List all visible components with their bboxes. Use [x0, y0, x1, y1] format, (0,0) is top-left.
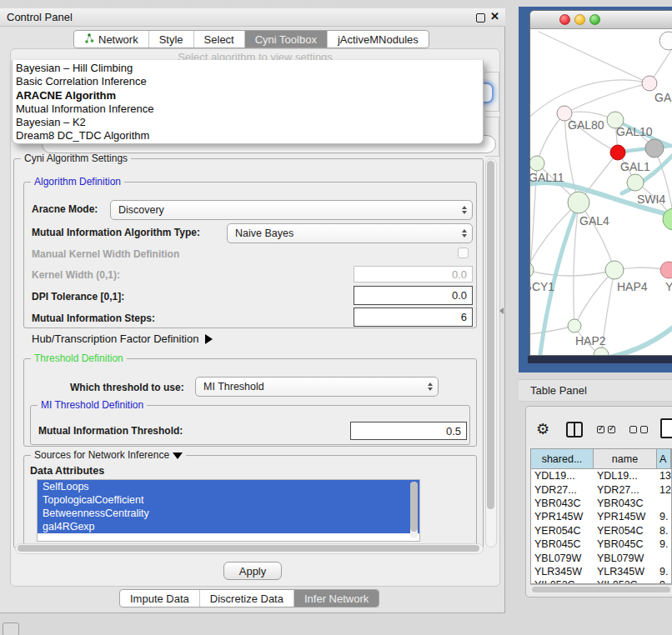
tab-network[interactable]: Network: [74, 31, 149, 48]
network-node[interactable]: [568, 319, 581, 332]
tab-cyni-toolbox[interactable]: Cyni Toolbox: [245, 31, 328, 48]
tab-impute-data[interactable]: Impute Data: [120, 590, 200, 607]
panel-divider-grip[interactable]: [499, 308, 504, 314]
network-node[interactable]: [605, 261, 624, 279]
aracne-mode-combobox[interactable]: Discovery: [110, 200, 473, 220]
popup-item[interactable]: Bayesian – Hill Climbing: [13, 62, 483, 75]
table-header-row: shared... name A: [531, 449, 671, 469]
network-node[interactable]: [530, 156, 544, 171]
mi-threshold-label: Mutual Information Threshold:: [38, 425, 183, 437]
table-row[interactable]: YLR345WYLR345W9.: [531, 565, 671, 578]
dpi-tolerance-field[interactable]: 0.0: [354, 286, 473, 305]
gear-icon[interactable]: ⚙: [536, 420, 549, 438]
network-window-titlebar[interactable]: [530, 11, 672, 29]
scrollbar-thumb[interactable]: [18, 545, 479, 552]
tab-discretize-data[interactable]: Discretize Data: [200, 590, 294, 607]
scrollbar-thumb[interactable]: [410, 482, 418, 532]
mi-threshold-field[interactable]: 0.5: [350, 422, 467, 440]
network-node[interactable]: [627, 174, 644, 191]
hub-definition-expander[interactable]: Hub/Transcription Factor Definition: [32, 332, 213, 345]
manual-kernel-checkbox[interactable]: [458, 248, 469, 258]
tab-select[interactable]: Select: [194, 31, 245, 48]
tab-label: Impute Data: [130, 592, 189, 605]
network-canvas[interactable]: GALGAL80GAL10GAL1GAL11SWI4GAL4GCY1HAP4YH…: [530, 29, 672, 356]
network-node[interactable]: [645, 139, 664, 158]
network-node[interactable]: [660, 262, 672, 278]
tab-label: jActiveMNodules: [338, 33, 419, 46]
mi-type-value: Naive Bayes: [235, 228, 293, 239]
sources-title[interactable]: Sources for Network Inference: [31, 449, 186, 461]
column-header-clipped[interactable]: A: [657, 449, 671, 468]
tab-jactivemnodules[interactable]: jActiveMNodules: [328, 31, 429, 48]
table-cell: YDL19...: [531, 470, 594, 482]
table-cell: YDR27...: [594, 484, 657, 496]
hub-definition-label: Hub/Transcription Factor Definition: [32, 332, 198, 345]
network-node-label: SWI4: [637, 192, 665, 206]
document-icon[interactable]: [660, 418, 672, 438]
popup-item[interactable]: Bayesian – K2: [13, 116, 483, 129]
table-row[interactable]: YBR045CYBR045C9.: [531, 538, 671, 551]
network-node-label: GAL4: [579, 214, 609, 228]
algorithm-definition-title: Algorithm Definition: [31, 176, 124, 188]
table-row[interactable]: YIL052CYIL052C9.: [531, 578, 671, 584]
mac-minimize-icon[interactable]: [574, 14, 585, 25]
aracne-mode-label: Aracne Mode:: [32, 203, 98, 215]
network-node[interactable]: [610, 145, 625, 160]
settings-horizontal-scrollbar[interactable]: [15, 543, 484, 554]
table-horizontal-scrollbar[interactable]: [530, 584, 672, 594]
scrollbar-thumb[interactable]: [487, 161, 494, 509]
mac-zoom-icon[interactable]: [589, 14, 600, 25]
cyni-mode-tabbar: Impute Data Discretize Data Infer Networ…: [119, 589, 379, 608]
network-window-bottom-edge: [528, 356, 672, 363]
popup-item[interactable]: Basic Correlation Inference: [13, 75, 483, 88]
select-all-icon[interactable]: ✓✓: [597, 426, 615, 433]
attribute-item[interactable]: gal4RGexp: [38, 520, 419, 533]
network-node-label: GAL11: [530, 171, 564, 184]
table-row[interactable]: YPR145WYPR145W9.: [531, 510, 671, 523]
close-icon[interactable]: ✕: [490, 10, 499, 22]
column-header-shared-name[interactable]: shared...: [531, 449, 594, 468]
columns-icon[interactable]: [566, 422, 583, 438]
apply-button[interactable]: Apply: [223, 562, 282, 580]
table-row[interactable]: YBL079WYBL079W: [531, 551, 671, 564]
table-row[interactable]: YER054CYER054C8.: [531, 524, 671, 538]
settings-vertical-scrollbar[interactable]: [485, 158, 497, 548]
network-node[interactable]: [659, 32, 672, 50]
network-node[interactable]: [530, 262, 534, 278]
table-cell: YBR045C: [531, 538, 594, 550]
table-cell: YBR045C: [594, 538, 657, 550]
table-cell: YER054C: [594, 525, 657, 537]
table-cell: YPR145W: [531, 511, 594, 522]
table-row[interactable]: YBR043CYBR043C: [531, 497, 671, 510]
popup-item[interactable]: Dream8 DC_TDC Algorithm: [13, 129, 483, 142]
attribute-item[interactable]: TopologicalCoefficient: [38, 493, 419, 507]
tab-label: Discretize Data: [210, 592, 283, 605]
mi-type-combobox[interactable]: Naive Bayes: [227, 223, 473, 243]
float-panel-icon[interactable]: [476, 13, 485, 22]
mac-close-icon[interactable]: [559, 14, 570, 25]
tab-style[interactable]: Style: [149, 31, 194, 48]
table-row[interactable]: YDR27...YDR27...12: [531, 482, 671, 496]
network-node[interactable]: [642, 76, 657, 91]
table-cell: YLR345W: [594, 566, 657, 578]
control-panel-tabbar: Network Style Select Cyni Toolbox jActiv…: [73, 30, 429, 48]
network-node[interactable]: [594, 348, 609, 356]
combo-spinner-icon: [462, 206, 467, 214]
minimized-panel-icon[interactable]: [3, 622, 19, 635]
deselect-all-icon[interactable]: [629, 426, 648, 433]
attribute-item[interactable]: SelfLoops: [38, 480, 419, 493]
which-threshold-combobox[interactable]: MI Threshold: [195, 377, 439, 397]
column-header-name[interactable]: name: [594, 449, 657, 468]
attribute-item[interactable]: BetweennessCentrality: [38, 507, 419, 520]
table-panel-title: Table Panel: [530, 384, 587, 397]
popup-item[interactable]: Mutual Information Inference: [13, 102, 483, 116]
network-node[interactable]: [568, 192, 589, 213]
attribute-list-scrollbar[interactable]: [410, 482, 418, 538]
popup-item-aracne[interactable]: ARACNE Algorithm: [13, 89, 483, 102]
mi-steps-field[interactable]: 6: [354, 308, 473, 327]
table-row[interactable]: YDL19...YDL19...13: [531, 469, 671, 482]
which-threshold-label: Which threshold to use:: [70, 382, 184, 393]
tab-infer-network[interactable]: Infer Network: [294, 590, 379, 607]
mi-steps-label: Mutual Information Steps:: [32, 312, 155, 324]
scrollbar-thumb[interactable]: [532, 587, 670, 592]
